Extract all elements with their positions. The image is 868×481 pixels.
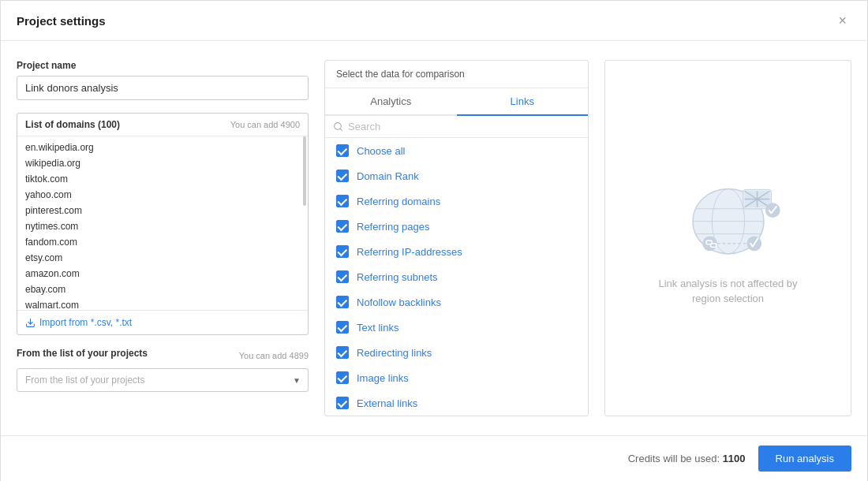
checkbox-external-links[interactable]	[336, 397, 349, 409]
scrollbar[interactable]	[303, 136, 306, 206]
list-item: nytimes.com	[17, 218, 308, 234]
search-icon	[333, 121, 343, 132]
option-label-external-links: External links	[357, 397, 417, 409]
list-item: tiktok.com	[17, 171, 308, 187]
option-label-referring-pages: Referring pages	[357, 221, 430, 233]
checkbox-referring-subnets[interactable]	[336, 270, 349, 283]
middle-panel: Select the data for comparison Analytics…	[324, 60, 589, 416]
domains-list: en.wikipedia.org wikipedia.org tiktok.co…	[17, 136, 308, 310]
search-input[interactable]	[348, 121, 580, 132]
option-label-referring-subnets: Referring subnets	[357, 271, 438, 283]
option-label-nofollow-backlinks: Nofollow backlinks	[357, 296, 441, 308]
option-label-domain-rank: Domain Rank	[357, 170, 419, 182]
domains-header: List of domains (100) You can add 4900	[17, 114, 308, 136]
credits-text: Credits will be used: 1100	[628, 453, 746, 464]
projects-select[interactable]: From the list of your projects	[17, 368, 309, 392]
option-referring-subnets[interactable]: Referring subnets	[325, 264, 588, 289]
svg-line-2	[340, 129, 342, 130]
option-referring-pages[interactable]: Referring pages	[325, 214, 588, 239]
option-referring-domains[interactable]: Referring domains	[325, 188, 588, 214]
checkbox-nofollow-backlinks[interactable]	[336, 296, 349, 308]
projects-hint: You can add 4899	[239, 351, 309, 360]
list-item: wikipedia.org	[17, 155, 308, 171]
checkbox-redirecting-links[interactable]	[336, 346, 349, 359]
modal: Project settings × Project name List of …	[0, 0, 868, 481]
option-redirecting-links[interactable]: Redirecting links	[325, 340, 588, 365]
project-name-input[interactable]	[17, 76, 309, 100]
import-icon	[25, 318, 36, 328]
list-item: walmart.com	[17, 297, 308, 310]
list-item: pinterest.com	[17, 203, 308, 218]
tab-analytics[interactable]: Analytics	[325, 88, 457, 116]
left-panel: Project name List of domains (100) You c…	[17, 60, 309, 416]
projects-select-wrapper: From the list of your projects ▼	[17, 368, 309, 392]
list-item: yahoo.com	[17, 187, 308, 203]
description-line1: Link analysis is not affected by	[658, 278, 797, 289]
list-item: etsy.com	[17, 250, 308, 266]
option-nofollow-backlinks[interactable]: Nofollow backlinks	[325, 289, 588, 315]
link-analysis-illustration	[669, 170, 788, 265]
option-label-referring-ip: Referring IP-addresses	[357, 246, 462, 258]
close-button[interactable]: ×	[833, 12, 851, 29]
option-label-referring-domains: Referring domains	[357, 196, 440, 207]
tab-links[interactable]: Links	[457, 88, 589, 116]
checkbox-domain-rank[interactable]	[336, 170, 349, 182]
modal-footer: Credits will be used: 1100 Run analysis	[1, 435, 867, 481]
option-label-choose-all: Choose all	[357, 145, 405, 157]
panel-header: Select the data for comparison	[325, 61, 588, 88]
search-box	[325, 116, 588, 138]
import-label: Import from *.csv, *.txt	[39, 317, 132, 328]
option-external-links[interactable]: External links	[325, 390, 588, 416]
modal-header: Project settings ×	[1, 1, 867, 41]
modal-title: Project settings	[17, 14, 106, 28]
import-link[interactable]: Import from *.csv, *.txt	[17, 310, 308, 334]
option-label-image-links: Image links	[357, 372, 409, 384]
option-label-text-links: Text links	[357, 322, 398, 334]
list-item: fandom.com	[17, 234, 308, 250]
options-list: Choose all Domain Rank Referring domains…	[325, 138, 588, 416]
list-item: en.wikipedia.org	[17, 140, 308, 155]
option-choose-all[interactable]: Choose all	[325, 138, 588, 163]
option-text-links[interactable]: Text links	[325, 315, 588, 340]
list-item: ebay.com	[17, 282, 308, 297]
domains-hint: You can add 4900	[230, 120, 300, 129]
checkbox-referring-ip[interactable]	[336, 245, 349, 258]
option-image-links[interactable]: Image links	[325, 365, 588, 390]
tabs-row: Analytics Links	[325, 88, 588, 116]
modal-body: Project name List of domains (100) You c…	[1, 41, 867, 435]
option-domain-rank[interactable]: Domain Rank	[325, 163, 588, 188]
domains-title: List of domains (100)	[25, 119, 120, 130]
projects-label: From the list of your projects	[17, 348, 148, 359]
list-item: amazon.com	[17, 266, 308, 282]
credits-value: 1100	[723, 453, 746, 464]
description-line2: region selection	[692, 293, 764, 304]
domains-section: List of domains (100) You can add 4900 e…	[17, 113, 309, 335]
checkbox-text-links[interactable]	[336, 321, 349, 334]
checkbox-referring-pages[interactable]	[336, 220, 349, 233]
right-panel: Link analysis is not affected by region …	[604, 60, 851, 416]
credits-label: Credits will be used:	[628, 453, 720, 464]
checkbox-choose-all[interactable]	[336, 144, 349, 157]
checkbox-referring-domains[interactable]	[336, 195, 349, 207]
option-label-redirecting-links: Redirecting links	[357, 347, 432, 359]
project-name-label: Project name	[17, 60, 309, 71]
link-analysis-description: Link analysis is not affected by region …	[658, 276, 797, 307]
project-name-section: Project name	[17, 60, 309, 100]
projects-header: From the list of your projects You can a…	[17, 348, 309, 364]
run-analysis-button[interactable]: Run analysis	[758, 446, 851, 472]
checkbox-image-links[interactable]	[336, 371, 349, 384]
projects-section: From the list of your projects You can a…	[17, 348, 309, 392]
option-referring-ip[interactable]: Referring IP-addresses	[325, 239, 588, 264]
